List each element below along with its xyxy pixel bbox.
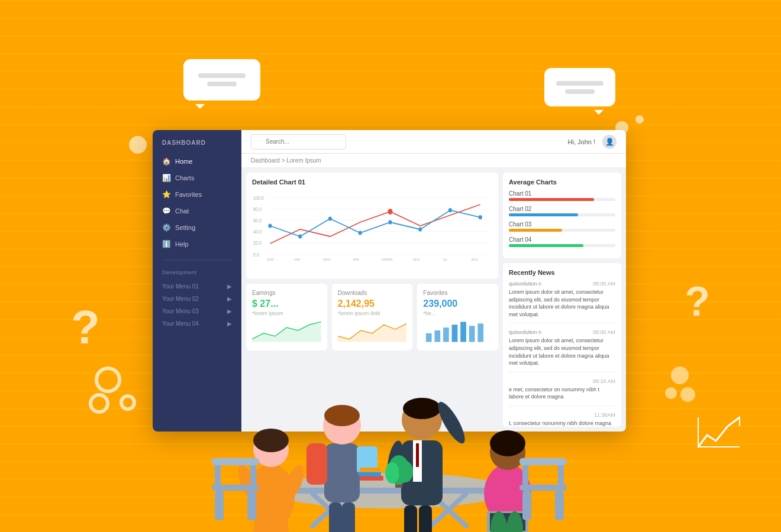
news-time-2: 08:10 AM [593,378,615,384]
sidebar-item-help[interactable]: ℹ️ Help [153,236,241,252]
sidebar-divider [162,259,232,260]
avg-card-title: Average Charts [509,179,615,186]
line-chart: 100.0 80.0 60.0 40.0 20.0 0.0 [252,190,492,261]
avatar: 👤 [602,135,617,149]
sidebar-title: DASHBOARD [153,140,241,153]
avg-item-3: Chart 04 [509,236,615,247]
news-time-1: 08:00 AM [593,329,615,335]
sidebar: DASHBOARD 🏠 Home 📊 Charts ⭐ Favorites 💬 … [153,130,241,432]
sidebar-label-home: Home [175,158,192,165]
favorites-label: Favorites [423,290,492,296]
chevron-right-icon: ▶ [227,308,232,314]
avg-label-3: Chart 04 [509,236,615,243]
sidebar-item-chat[interactable]: 💬 Chat [153,203,241,219]
downloads-sublabel: *lorem ipsum dobi [338,310,407,316]
svg-text:40.0: 40.0 [253,229,262,235]
svg-rect-36 [452,325,458,342]
dec-circle-tl [129,136,147,154]
sidebar-submenu-1[interactable]: Your Menu 01 ▶ [153,280,241,293]
svg-text:2012: 2012 [471,257,477,261]
svg-text:0.0: 0.0 [253,252,259,258]
downloads-chart [338,319,407,345]
avg-bar-fill-0 [509,198,594,201]
favorites-value: 239,000 [423,299,492,309]
chevron-right-icon: ▶ [227,283,232,290]
home-icon: 🏠 [162,157,170,166]
svg-point-18 [388,220,392,224]
bubble-line [198,73,246,78]
svg-point-17 [359,231,362,235]
speech-bubble-right [544,68,615,106]
breadcrumb: Dashboard > Lorem Ipsum [241,154,626,168]
sidebar-item-home[interactable]: 🏠 Home [153,153,241,170]
avg-item-0: Chart 01 [509,190,615,201]
sidebar-submenu-3[interactable]: Your Menu 03 ▶ [153,305,241,317]
avg-label-0: Chart 01 [509,190,615,197]
content-area: Detailed Chart 01 100.0 80.0 60.0 40. [241,168,626,432]
bubble-line [556,81,604,86]
news-time-3: 11:30AM [594,412,615,418]
avg-bar-fill-3 [509,244,583,247]
svg-text:10%: 10% [294,257,300,261]
svg-point-19 [418,227,422,231]
chart-card-title: Detailed Chart 01 [252,179,492,186]
svg-marker-31 [252,322,321,342]
favorites-sublabel: *be... [423,310,492,316]
dec-questionmark-right: ? [685,278,710,325]
header: 🔍 Hi, John ! 👤 [241,130,626,154]
detailed-chart-card: Detailed Chart 01 100.0 80.0 60.0 40. [246,173,498,279]
svg-rect-39 [478,323,484,342]
speech-bubble-left [183,59,260,100]
favorites-chart [423,319,492,345]
sidebar-submenu-2[interactable]: Your Menu 02 ▶ [153,293,241,305]
news-text-2: e met, consectetur on nonummy nibh t lab… [509,386,615,401]
sidebar-submenu-4[interactable]: Your Menu 04 ▶ [153,317,241,330]
sidebar-label-chat: Chat [175,207,189,215]
svg-text:2010: 2010 [267,257,273,261]
svg-rect-37 [461,322,467,342]
news-item-2: 08:10 AM e met, consectetur on nonummy n… [509,378,615,406]
average-charts-card: Average Charts Chart 01 Chart 02 [503,173,621,258]
news-author-1: quisvolution n [509,329,541,335]
svg-rect-38 [469,326,475,342]
setting-icon: ⚙️ [162,223,170,232]
news-author-0: quisvolution n [509,281,541,287]
news-time-0: 08:00 AM [593,281,615,287]
news-item-3: 11:30AM t, consectetur nonummy nibh dolo… [509,412,615,427]
search-input[interactable] [251,134,346,150]
sidebar-item-favorites[interactable]: ⭐ Favorites [153,186,241,203]
svg-point-16 [328,216,332,220]
svg-text:2011: 2011 [413,257,419,261]
sidebar-item-charts[interactable]: 📊 Charts [153,170,241,186]
svg-text:GRAPH: GRAPH [382,257,392,261]
sidebar-item-setting[interactable]: ⚙️ Setting [153,219,241,236]
dec-circles-br [665,366,695,402]
stats-row: Earnings $ 27... *lorem ipsum Downloads [246,284,498,351]
downloads-label: Downloads [338,290,407,296]
sidebar-label-favorites: Favorites [175,191,202,198]
avg-item-2: Chart 03 [509,221,615,232]
help-icon: ℹ️ [162,240,170,248]
news-meta-1: quisvolution n 08:00 AM [509,329,615,335]
avg-bar-fill-1 [509,213,578,216]
svg-rect-33 [426,333,432,342]
dec-chart-icon [695,411,743,455]
avg-bar-bg-1 [509,213,615,216]
svg-point-21 [479,215,482,219]
svg-rect-35 [443,327,449,342]
chat-icon: 💬 [162,207,170,215]
svg-marker-32 [338,323,407,342]
avg-bar-fill-2 [509,229,562,232]
news-meta-0: quisvolution n 08:00 AM [509,281,615,287]
avatar-icon: 👤 [605,138,614,146]
svg-text:60.0: 60.0 [253,218,262,223]
bubble-line [207,82,237,86]
dec-circles-left [89,366,136,414]
earnings-value: $ 27... [252,299,321,309]
dec-questionmark-left: ? [71,300,100,355]
charts-icon: 📊 [162,174,170,182]
chevron-right-icon: ▶ [227,320,232,327]
main-content: 🔍 Hi, John ! 👤 Dashboard > Lorem Ipsum D… [241,130,626,432]
dec-circle-tr2 [635,115,644,124]
news-item-0: quisvolution n 08:00 AM Lorem ipsum dolo… [509,281,615,323]
